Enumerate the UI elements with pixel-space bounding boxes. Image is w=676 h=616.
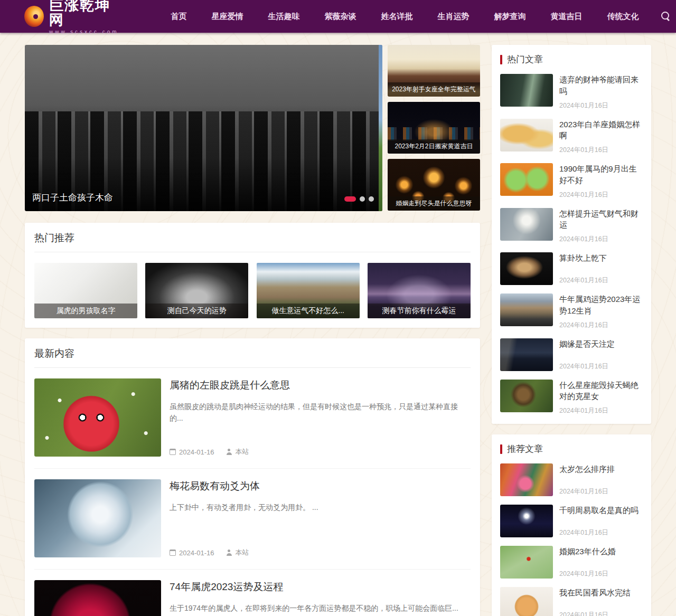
sidebar-article-item[interactable]: 什么星座能毁掉天蝎绝对的克星女 2024年01月16日 xyxy=(500,380,643,416)
carousel-dot[interactable] xyxy=(369,196,374,202)
sidebar-article-date: 2024年01月16日 xyxy=(559,235,643,244)
article-body: 74年属虎2023运势及运程 生于1974年的属虎人，在即将到来的一年各方面运势… xyxy=(170,580,471,616)
sidebar-article-title[interactable]: 牛年属鸡运势2023年运势12生肖 xyxy=(559,293,643,317)
hot-recommend-title: 热门推荐 xyxy=(34,231,471,252)
hot-recommend-item[interactable]: 做生意运气不好怎么... xyxy=(257,263,360,318)
calendar-icon xyxy=(170,549,176,556)
hot-recommend-item[interactable]: 测春节前你有什么霉运 xyxy=(368,263,471,318)
article-source: 本站 xyxy=(236,447,249,457)
article-source: 本站 xyxy=(236,548,249,557)
recommend-articles-title: 推荐文章 xyxy=(507,443,543,455)
hot-recommend-item[interactable]: 测自己今天的运势 xyxy=(145,263,248,318)
hot-recommend-section: 热门推荐 属虎的男孩取名字 测自己今天的运势 做生意运气不好怎么... 测春节前… xyxy=(25,223,480,328)
sidebar-article-date: 2024年01月16日 xyxy=(559,406,643,415)
hot-recommend-caption: 属虎的男孩取名字 xyxy=(34,304,137,318)
sidebar-article-date: 2024年01月16日 xyxy=(559,362,643,371)
carousel-caption[interactable]: 两口子土命孩子木命 xyxy=(32,192,113,204)
carousel[interactable]: 两口子土命孩子木命 xyxy=(25,45,382,211)
sidebar-article-item[interactable]: 我在民国看风水完结 2024年01月16日 xyxy=(500,587,643,616)
article-body: 属猪的左眼皮跳是什么意思 虽然眼皮的跳动是肌肉神经运动的结果，但是有时候这也是一… xyxy=(170,378,471,457)
latest-content-title: 最新内容 xyxy=(34,347,471,368)
sidebar-article-item[interactable]: 太岁怎么排序排 2024年01月16日 xyxy=(500,463,643,496)
featured-mini-item[interactable]: 婚姻走到尽头是什么意思呀 xyxy=(388,159,480,211)
sidebar-article-title[interactable]: 太岁怎么排序排 xyxy=(559,463,643,475)
nav-item-home[interactable]: 首页 xyxy=(171,12,187,22)
sidebar-article-title[interactable]: 1990年属马的9月出生好不好 xyxy=(559,163,643,186)
sidebar-article-title[interactable]: 怎样提升运气财气和财运 xyxy=(559,208,643,231)
sidebar-article-title[interactable]: 2023年白羊座婚姻怎样啊 xyxy=(559,119,643,142)
sidebar-article-thumbnail xyxy=(500,252,553,285)
sidebar-article-item[interactable]: 姻缘是否天注定 2024年01月16日 xyxy=(500,338,643,371)
article-date: 2024-01-16 xyxy=(179,448,214,456)
sidebar-article-item[interactable]: 算卦坎上乾下 2024年01月16日 xyxy=(500,252,643,285)
nav-item-lucky-day[interactable]: 黄道吉日 xyxy=(551,12,583,22)
hero-section: 两口子土命孩子木命 2023年射手女座全年完整运气 2023年2月2日搬家黄道吉… xyxy=(25,45,480,211)
article-excerpt: 虽然眼皮的跳动是肌肉神经运动的结果，但是有时候这也是一种预兆，只是通过某种直接的… xyxy=(170,401,471,424)
sidebar-article-thumbnail xyxy=(500,163,553,196)
nav-item-ziwei[interactable]: 紫薇杂谈 xyxy=(325,12,356,22)
featured-mini-caption: 2023年射手女座全年完整运气 xyxy=(388,82,480,97)
recommend-articles-card: 推荐文章 太岁怎么排序排 2024年01月16日 千明周易取名是真的吗 2024… xyxy=(492,434,651,616)
sidebar-article-item[interactable]: 牛年属鸡运势2023年运势12生肖 2024年01月16日 xyxy=(500,293,643,330)
article-title[interactable]: 梅花易数有动爻为体 xyxy=(170,479,471,493)
nav-item-life-fun[interactable]: 生活趣味 xyxy=(268,12,300,22)
article-meta: 2024-01-16 本站 xyxy=(170,548,471,557)
hot-recommend-caption: 测春节前你有什么霉运 xyxy=(368,304,471,318)
sidebar-article-thumbnail xyxy=(500,546,553,579)
featured-mini-item[interactable]: 2023年2月2日搬家黄道吉日 xyxy=(388,102,480,154)
nav-item-tradition[interactable]: 传统文化 xyxy=(607,12,639,22)
nav-item-constellation-love[interactable]: 星座爱情 xyxy=(212,12,243,22)
sidebar-article-date: 2024年01月16日 xyxy=(559,191,643,200)
accent-bar-icon xyxy=(500,444,502,454)
sidebar-article-title[interactable]: 我在民国看风水完结 xyxy=(559,587,643,599)
sidebar-article-title[interactable]: 婚姻23年什么婚 xyxy=(559,546,643,557)
main-nav: 首页 星座爱情 生活趣味 紫薇杂谈 姓名详批 生肖运势 解梦查询 黄道吉日 传统… xyxy=(171,12,639,22)
hot-articles-title: 热门文章 xyxy=(507,53,543,65)
hot-recommend-item[interactable]: 属虎的男孩取名字 xyxy=(34,263,137,318)
sidebar-article-thumbnail xyxy=(500,380,553,412)
featured-mini-caption: 2023年2月2日搬家黄道吉日 xyxy=(388,139,480,154)
hot-recommend-caption: 测自己今天的运势 xyxy=(145,304,248,318)
article-thumbnail[interactable] xyxy=(34,378,161,457)
hot-recommend-row: 属虎的男孩取名字 测自己今天的运势 做生意运气不好怎么... 测春节前你有什么霉… xyxy=(34,263,471,318)
article-title[interactable]: 74年属虎2023运势及运程 xyxy=(170,580,471,594)
sidebar-article-date: 2024年01月16日 xyxy=(559,276,643,285)
carousel-dot-active[interactable] xyxy=(344,196,356,202)
sidebar-article-title[interactable]: 什么星座能毁掉天蝎绝对的克星女 xyxy=(559,380,643,403)
article-title[interactable]: 属猪的左眼皮跳是什么意思 xyxy=(170,378,471,392)
site-name: 巨涨乾坤网 xyxy=(49,0,120,28)
sidebar-article-date: 2024年01月16日 xyxy=(559,487,643,496)
site-logo[interactable]: 巨涨乾坤网 www.scsxcc.com xyxy=(24,0,120,35)
sidebar-article-item[interactable]: 遗弃的财神爷能请回来吗 2024年01月16日 xyxy=(500,74,643,110)
sidebar-article-item[interactable]: 2023年白羊座婚姻怎样啊 2024年01月16日 xyxy=(500,119,643,155)
article-excerpt: 上下卦中，有动爻者用卦，无动爻为用卦。 ... xyxy=(170,501,471,513)
sidebar-article-date: 2024年01月16日 xyxy=(559,528,643,537)
sidebar-article-item[interactable]: 1990年属马的9月出生好不好 2024年01月16日 xyxy=(500,163,643,200)
nav-item-dream[interactable]: 解梦查询 xyxy=(494,12,526,22)
nav-item-zodiac-fortune[interactable]: 生肖运势 xyxy=(438,12,470,22)
sidebar-article-item[interactable]: 婚姻23年什么婚 2024年01月16日 xyxy=(500,546,643,579)
sidebar-article-title[interactable]: 遗弃的财神爷能请回来吗 xyxy=(559,74,643,97)
sidebar-article-thumbnail xyxy=(500,74,553,107)
accent-bar-icon xyxy=(500,55,502,64)
featured-mini-item[interactable]: 2023年射手女座全年完整运气 xyxy=(388,45,480,97)
featured-mini-caption: 婚姻走到尽头是什么意思呀 xyxy=(388,196,480,211)
article-row: 属猪的左眼皮跳是什么意思 虽然眼皮的跳动是肌肉神经运动的结果，但是有时候这也是一… xyxy=(34,368,471,469)
sidebar-article-item[interactable]: 千明周易取名是真的吗 2024年01月16日 xyxy=(500,505,643,537)
article-thumbnail[interactable] xyxy=(34,580,161,616)
sidebar-article-thumbnail xyxy=(500,119,553,151)
sidebar-article-date: 2024年01月16日 xyxy=(559,321,643,330)
article-thumbnail[interactable] xyxy=(34,479,161,557)
hot-recommend-caption: 做生意运气不好怎么... xyxy=(257,304,360,318)
carousel-dot[interactable] xyxy=(360,196,365,202)
top-navbar: 巨涨乾坤网 www.scsxcc.com 首页 星座爱情 生活趣味 紫薇杂谈 姓… xyxy=(0,0,676,33)
sidebar-article-title[interactable]: 千明周易取名是真的吗 xyxy=(559,505,643,516)
article-row: 梅花易数有动爻为体 上下卦中，有动爻者用卦，无动爻为用卦。 ... 2024-0… xyxy=(34,469,471,570)
sidebar-article-date: 2024年01月16日 xyxy=(559,611,643,616)
nav-item-name-analysis[interactable]: 姓名详批 xyxy=(381,12,413,22)
sidebar-article-date: 2024年01月16日 xyxy=(559,146,643,155)
sidebar-article-title[interactable]: 算卦坎上乾下 xyxy=(559,252,643,264)
logo-swirl-icon xyxy=(24,6,44,27)
sidebar-article-title[interactable]: 姻缘是否天注定 xyxy=(559,338,643,350)
sidebar-article-item[interactable]: 怎样提升运气财气和财运 2024年01月16日 xyxy=(500,208,643,244)
